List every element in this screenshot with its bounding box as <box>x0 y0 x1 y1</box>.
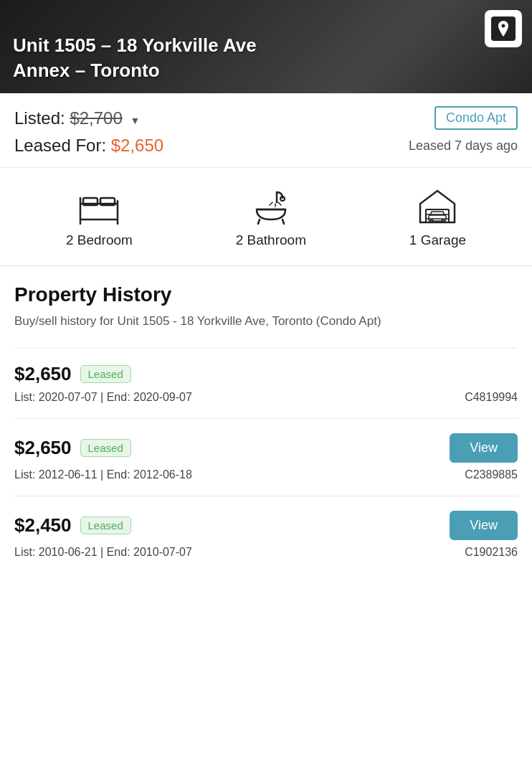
bath-icon <box>250 188 293 225</box>
bed-icon <box>77 188 120 225</box>
amenity-bathroom: 2 Bathroom <box>236 188 306 248</box>
entry-3-dates: List: 2010-06-21 | End: 2010-07-07 <box>14 546 192 559</box>
bath-svg <box>250 188 293 225</box>
garage-label: 1 Garage <box>409 232 466 248</box>
entry-1-price: $2,650 <box>14 363 72 385</box>
bedroom-label: 2 Bedroom <box>66 232 133 248</box>
entry-1-price-status: $2,650 Leased <box>14 363 131 385</box>
amenity-garage: 1 Garage <box>409 188 466 248</box>
svg-line-10 <box>282 219 284 224</box>
listed-label: Listed: <box>14 108 65 128</box>
listing-info: Listed: $2,700 ▼ Condo Apt Leased For: $… <box>0 93 532 168</box>
leased-for-label: Leased For: <box>14 136 106 155</box>
unit-label: Unit 1505 – 18 Yorkville Ave <box>13 34 257 56</box>
history-subtitle: Buy/sell history for Unit 1505 - 18 York… <box>14 312 518 331</box>
entry-2-row1: $2,650 Leased View <box>14 433 518 463</box>
entry-2-id: C2389885 <box>465 468 518 481</box>
entry-3-status-badge: Leased <box>80 516 131 534</box>
entry-2-row2: List: 2012-06-11 | End: 2012-06-18 C2389… <box>14 468 518 481</box>
location-label: Annex – Toronto <box>13 60 160 81</box>
amenity-bedroom: 2 Bedroom <box>66 188 133 248</box>
amenities-section: 2 Bedroom 2 Bathroom <box>0 168 532 266</box>
entry-3-price: $2,450 <box>14 514 72 537</box>
svg-line-9 <box>258 219 260 224</box>
entry-2-price-status: $2,650 Leased <box>14 437 131 459</box>
garage-svg <box>416 188 459 225</box>
dropdown-arrow-icon[interactable]: ▼ <box>130 115 140 126</box>
leased-for: Leased For: $2,650 <box>14 136 163 156</box>
history-entry-2: $2,650 Leased View List: 2012-06-11 | En… <box>14 418 518 496</box>
listing-row1: Listed: $2,700 ▼ Condo Apt <box>14 106 518 130</box>
entry-2-view-button[interactable]: View <box>450 433 518 463</box>
entry-3-row1: $2,450 Leased View <box>14 511 518 540</box>
listed-price-container: Listed: $2,700 ▼ <box>14 108 140 128</box>
entry-2-status-badge: Leased <box>80 439 131 457</box>
entry-1-row2: List: 2020-07-07 | End: 2020-09-07 C4819… <box>14 391 518 404</box>
entry-3-row2: List: 2010-06-21 | End: 2010-07-07 C1902… <box>14 546 518 559</box>
entry-2-dates: List: 2012-06-11 | End: 2012-06-18 <box>14 468 192 481</box>
bed-svg <box>77 188 120 225</box>
entry-2-price: $2,650 <box>14 437 72 459</box>
svg-rect-1 <box>80 204 118 219</box>
svg-line-13 <box>278 202 281 205</box>
bathroom-label: 2 Bathroom <box>236 232 306 248</box>
entry-1-status-badge: Leased <box>80 365 131 383</box>
original-price: $2,700 <box>70 108 122 128</box>
entry-1-dates: List: 2020-07-07 | End: 2020-09-07 <box>14 391 192 404</box>
garage-icon <box>416 188 459 225</box>
entry-3-id: C1902136 <box>465 546 518 559</box>
leased-ago: Leased 7 days ago <box>409 138 518 154</box>
entry-1-id: C4819994 <box>465 391 518 404</box>
map-pin-icon <box>491 16 516 41</box>
history-title: Property History <box>14 283 518 306</box>
entry-3-price-status: $2,450 Leased <box>14 514 131 537</box>
history-entry-3: $2,450 Leased View List: 2010-06-21 | En… <box>14 496 518 573</box>
entry-1-row1: $2,650 Leased <box>14 363 518 385</box>
header-image: Unit 1505 – 18 Yorkville Ave Annex – Tor… <box>0 0 532 93</box>
entry-3-view-button[interactable]: View <box>450 511 518 540</box>
leased-price: $2,650 <box>111 136 163 155</box>
listing-row2: Leased For: $2,650 Leased 7 days ago <box>14 136 518 156</box>
property-history-section: Property History Buy/sell history for Un… <box>0 266 532 573</box>
header-title: Unit 1505 – 18 Yorkville Ave Annex – Tor… <box>13 33 257 83</box>
map-button[interactable] <box>485 10 522 47</box>
condo-badge[interactable]: Condo Apt <box>434 106 518 130</box>
history-entry-1: $2,650 Leased List: 2020-07-07 | End: 20… <box>14 348 518 418</box>
svg-line-15 <box>270 202 272 205</box>
